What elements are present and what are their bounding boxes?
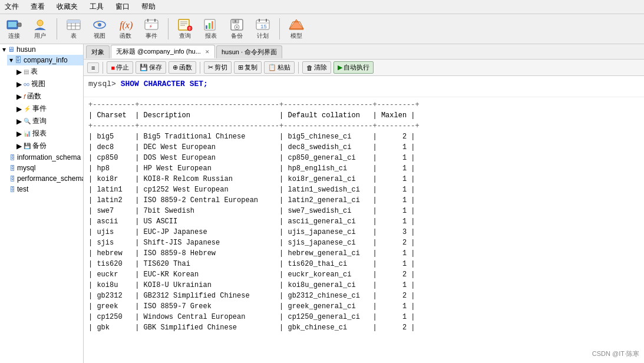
func-icon: f [24, 93, 25, 100]
clear-btn[interactable]: 🗑 清除 [302, 61, 331, 74]
sidebar-events[interactable]: ▶ ⚡ 事件 [14, 103, 83, 115]
events-icon: ⚡ [24, 105, 31, 112]
company-info-expand-icon: ▾ [9, 56, 13, 64]
table-label: 表 [71, 32, 77, 40]
backups-expand-icon: ▶ [16, 142, 22, 150]
tab-bar: 对象 无标题 @company_info (hu... ✕ husun · 命令… [84, 44, 644, 60]
sidebar-test-item[interactable]: 🗄 test [7, 184, 83, 194]
tool-user[interactable]: 用户 [29, 16, 51, 41]
menu-btn[interactable]: ≡ [87, 62, 99, 73]
menu-icon: ≡ [91, 64, 95, 71]
menu-favorites[interactable]: 收藏夹 [54, 1, 80, 12]
menu-help[interactable]: 帮助 [139, 1, 158, 12]
menu-tools[interactable]: 工具 [87, 1, 106, 12]
save-btn[interactable]: 💾 保存 [136, 61, 166, 74]
paste-btn[interactable]: 📋 粘贴 [264, 61, 295, 74]
sidebar-mysql-item[interactable]: 🗄 mysql [7, 163, 83, 173]
tool-table[interactable]: 表 [63, 16, 84, 41]
tool-function[interactable]: f(x) 函数 [115, 16, 136, 41]
autorun-btn[interactable]: ▶ 自动执行 [333, 61, 374, 74]
connect-icon [6, 18, 22, 32]
query-text: SHOW CHARACTER SET; [121, 80, 208, 88]
tab-query[interactable]: 无标题 @company_info (hu... ✕ [111, 45, 215, 58]
separator-top: +----------+----------------------------… [88, 100, 639, 110]
row-koi8u: | koi8u | KOI8-U Ukrainian | koi8u_gener… [88, 280, 639, 291]
row-cp850: | cp850 | DOS West European | cp850_gene… [88, 153, 639, 163]
sidebar-functions[interactable]: ▶ f 函数 [14, 90, 83, 103]
tables-expand-icon: ▶ [16, 68, 22, 76]
tool-schedule[interactable]: 15 计划 [252, 16, 273, 41]
view-label: 视图 [94, 32, 105, 40]
tool-backup[interactable]: 备份 [226, 16, 247, 41]
svg-rect-2 [18, 23, 21, 27]
copy-btn[interactable]: ⊞ 复制 [234, 61, 262, 74]
event-icon: ⚡ [143, 18, 160, 32]
query-label: 查询 [179, 32, 191, 40]
sidebar-tables[interactable]: ▶ ▤ 表 [14, 65, 83, 78]
queries-icon: 🔍 [24, 118, 31, 124]
schedule-label: 计划 [257, 32, 269, 40]
row-koi8r: | koi8r | KOI8-R Relcom Russian | koi8r_… [88, 174, 639, 184]
sidebar-info-schema-item[interactable]: 🗄 information_schema [7, 152, 83, 163]
sidebar-events-label: 事件 [32, 104, 47, 114]
svg-point-13 [97, 22, 99, 24]
connect-label: 连接 [8, 32, 20, 40]
menu-file[interactable]: 文件 [2, 1, 21, 12]
backup-label: 备份 [231, 32, 243, 40]
row-greek: | greek | ISO 8859-7 Greek | greek_gener… [88, 301, 639, 312]
sidebar-reports[interactable]: ▶ 📊 报表 [14, 127, 83, 140]
cut-label: 剪切 [214, 63, 227, 72]
tool-view[interactable]: 视图 [89, 16, 110, 41]
cut-btn[interactable]: ✂ 剪切 [204, 61, 232, 74]
row-ascii: | ascii | US ASCII | ascii_general_ci | … [88, 216, 639, 227]
sidebar-queries[interactable]: ▶ 🔍 查询 [14, 115, 83, 127]
tab-object[interactable]: 对象 [86, 45, 110, 58]
autorun-icon: ▶ [338, 64, 342, 71]
row-latin1: | latin1 | cp1252 West European | latin1… [88, 184, 639, 195]
toolbar: 连接 用户 表 [0, 14, 644, 44]
menu-bar: 文件 查看 收藏夹 工具 窗口 帮助 [0, 0, 644, 14]
tool-model[interactable]: 模型 [286, 16, 307, 41]
query-toolbar: ≡ ■ 停止 💾 保存 ⊕ 函数 ✂ 剪切 ⊞ 复制 [84, 60, 644, 76]
sidebar-perf-schema-item[interactable]: 🗄 performance_schema [7, 173, 83, 184]
svg-rect-10 [67, 20, 80, 23]
tab-object-label: 对象 [91, 48, 104, 55]
paste-icon: 📋 [268, 64, 276, 71]
row-euckr: | euckr | EUC-KR Korean | euckr_korean_c… [88, 269, 639, 280]
svg-text:!: ! [189, 27, 191, 31]
table-icon [65, 18, 82, 32]
main-layout: ▾ 🖥 husun ▾ 🗄 company_info ▶ ▤ 表 ▶ oo 视图 [0, 44, 644, 363]
menu-window[interactable]: 窗口 [113, 1, 132, 12]
events-expand-icon: ▶ [16, 105, 22, 113]
stop-btn[interactable]: ■ 停止 [107, 61, 133, 74]
sidebar-info-schema-label: information_schema [17, 153, 81, 161]
function-label: 函数 [120, 32, 131, 40]
husun-icon: 🖥 [8, 45, 15, 54]
schedule-icon: 15 [255, 18, 271, 32]
tool-query[interactable]: ! 查询 [174, 16, 196, 41]
result-header: | Charset | Description | Default collat… [88, 110, 639, 121]
tool-event[interactable]: ⚡ 事件 [141, 16, 162, 41]
function-btn[interactable]: ⊕ 函数 [169, 61, 196, 74]
sidebar-backups[interactable]: ▶ 💾 备份 [14, 140, 83, 152]
row-cp1250: | cp1250 | Windows Central European | cp… [88, 312, 639, 322]
sidebar-tables-label: 表 [31, 67, 38, 77]
sidebar-views[interactable]: ▶ oo 视图 [14, 78, 83, 90]
query-icon: ! [177, 18, 193, 32]
stop-icon: ■ [111, 64, 115, 71]
tab-husun[interactable]: husun · 命令列界面 [216, 45, 282, 58]
menu-view[interactable]: 查看 [28, 1, 47, 12]
sidebar-husun-label: husun [16, 45, 36, 54]
tool-connect[interactable]: 连接 [4, 16, 25, 41]
sidebar-husun[interactable]: ▾ 🖥 husun [0, 44, 83, 55]
sidebar-performance-schema: 🗄 performance_schema [0, 173, 83, 184]
row-dec8: | dec8 | DEC West European | dec8_swedis… [88, 142, 639, 153]
row-swe7: | swe7 | 7bit Swedish | swe7_swedish_ci … [88, 206, 639, 216]
svg-text:15: 15 [260, 24, 267, 30]
sidebar-company-info-item[interactable]: ▾ 🗄 company_info [7, 55, 83, 65]
sidebar-views-label: 视图 [31, 79, 45, 89]
queries-expand-icon: ▶ [16, 117, 22, 126]
query-area[interactable]: mysql> SHOW CHARACTER SET; [84, 76, 644, 97]
tool-report[interactable]: 报表 [200, 16, 222, 41]
tab-query-close[interactable]: ✕ [205, 49, 210, 55]
